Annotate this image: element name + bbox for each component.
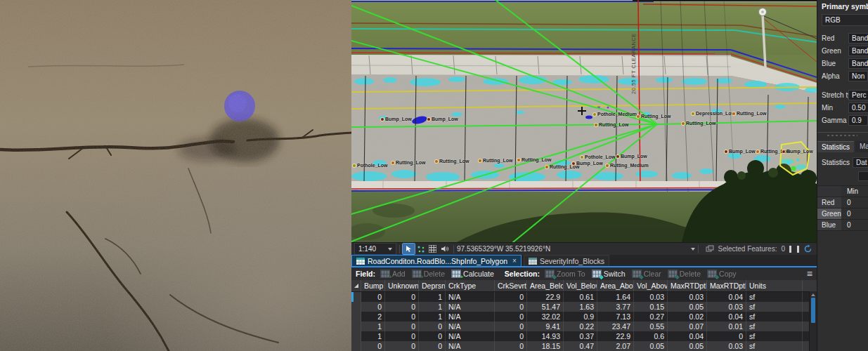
table-row[interactable]: 0 0 1 N/A 0 22.9 0.61 1.64 0.03 0.03 0.0… (351, 292, 817, 302)
chevron-down-icon (388, 248, 392, 251)
panel-splitter[interactable] (817, 134, 868, 137)
distress-label[interactable]: Rutting_Medium (606, 163, 649, 168)
column-header[interactable]: CrkSevrt (495, 280, 527, 291)
column-header[interactable]: Deprsn (419, 280, 446, 291)
distress-point-icon (479, 159, 481, 162)
distress-label[interactable]: Bump_Low (616, 154, 647, 159)
distress-label[interactable]: Bump_Low (782, 149, 813, 154)
column-header[interactable]: Vol_Above (634, 280, 668, 291)
field-tool-button[interactable]: +Calculate (451, 270, 494, 278)
distress-label[interactable]: Pothole_Low (353, 163, 388, 168)
table-row[interactable]: 0 0 0 N/A 0 18.15 0.47 2.07 0.05 0.05 0.… (351, 341, 817, 351)
distress-label[interactable]: Rutting_Low (595, 122, 628, 127)
cursor-plus-icon (405, 245, 413, 253)
selection-tool-button[interactable]: ◆Switch (592, 270, 626, 278)
column-header[interactable]: Area_Above (597, 280, 634, 291)
table-scrollbar[interactable] (809, 291, 817, 351)
close-icon[interactable]: × (512, 258, 517, 265)
row-handle[interactable] (351, 302, 361, 312)
band-select[interactable]: Band (848, 33, 868, 44)
stats-row[interactable]: Red 0 (817, 197, 868, 208)
grid-corner[interactable] (351, 280, 361, 291)
column-header[interactable]: MaxRTDpthL (668, 280, 707, 291)
distress-label[interactable]: Rutting_Low (517, 157, 551, 162)
distress-label[interactable]: Bump_Low (725, 149, 756, 154)
column-header[interactable]: MaxRTDpthR (707, 280, 746, 291)
band-select[interactable]: Band (848, 58, 868, 69)
tab-mask[interactable]: Mask (855, 141, 868, 152)
arcgis-pro-window: { "photo": { "marker_color": "#5c51d8" }… (0, 0, 868, 351)
column-header[interactable]: Area_Below (527, 280, 564, 291)
distress-label[interactable]: Rutting_Low (637, 114, 671, 119)
stats-row[interactable]: Blue 0 (817, 220, 868, 231)
statistics-source-select[interactable]: Dat (853, 157, 868, 168)
row-handle[interactable] (351, 322, 361, 331)
field-tool-button[interactable]: +Delete (412, 270, 445, 278)
statistics-options-button[interactable] (858, 171, 868, 181)
stretch-input[interactable]: 0.9 (848, 115, 868, 126)
column-header[interactable]: Bump (361, 280, 385, 291)
table-row[interactable]: 2 0 1 N/A 0 32.02 0.9 7.13 0.27 0.02 0.0… (351, 312, 817, 322)
distress-label[interactable]: Bump_Low (427, 117, 458, 121)
table-row[interactable]: 1 0 0 N/A 0 9.41 0.22 23.47 0.55 0.07 0.… (351, 322, 817, 331)
distress-point-icon (732, 112, 735, 115)
selection-tool-button[interactable]: ◆Delete (668, 270, 701, 278)
tab-statistics[interactable]: Statistics (817, 141, 854, 152)
pause-drawing-button[interactable] (789, 246, 799, 253)
menu-icon[interactable]: ≡ (807, 269, 812, 279)
band-select[interactable]: Band (848, 46, 868, 56)
scale-selector[interactable]: 1:140 (354, 243, 396, 255)
audio-button[interactable] (439, 244, 451, 254)
stretch-input[interactable]: 0.50 (848, 102, 868, 113)
field-section-label: Field: (356, 270, 375, 278)
refresh-button[interactable] (803, 244, 812, 253)
column-header[interactable]: Vol_Below (564, 280, 597, 291)
row-handle[interactable] (351, 292, 361, 302)
select-tool-button[interactable] (403, 244, 415, 254)
row-handle[interactable] (351, 331, 361, 341)
selection-tool-button[interactable]: ◆Zoom To (545, 270, 585, 278)
grid-view-button[interactable] (427, 244, 439, 254)
distress-label[interactable]: Rutting_Low (391, 160, 425, 165)
symbology-field-row: Alpha Non (822, 69, 868, 82)
row-handle[interactable] (351, 312, 361, 322)
scale-value: 1:140 (358, 245, 376, 253)
column-header[interactable]: Unknown (385, 280, 419, 291)
distress-point-icon (616, 155, 619, 158)
row-handle[interactable] (351, 341, 361, 351)
distress-label[interactable]: Rutting_Low (479, 158, 512, 163)
distress-label[interactable]: Pothole_Medium (593, 112, 637, 117)
tab-roadcondition-polygon[interactable]: RoadConditon.RoadBlo...ShpInfo_Polygon × (351, 255, 522, 266)
stretch-field-row: Min 0.50 (822, 101, 868, 114)
map-view[interactable]: 20.55 FT CLEARANCE (351, 0, 817, 242)
explore-tool-button[interactable] (415, 244, 427, 254)
column-header[interactable]: Units (746, 280, 803, 291)
distress-label[interactable]: Bump_Low (572, 161, 603, 166)
scroll-up-icon[interactable] (811, 293, 815, 296)
distress-label[interactable]: Rutting_Low (435, 159, 469, 164)
field-tool-button[interactable]: +Add (380, 270, 406, 278)
selection-tool-button[interactable]: ◆Clear (632, 270, 661, 278)
pavement-photo (0, 0, 351, 351)
distress-label[interactable]: Rutting_Low (682, 121, 715, 126)
band-select[interactable]: Non (848, 71, 868, 81)
scrollbar-thumb[interactable] (811, 298, 815, 323)
stats-row[interactable]: Green 0 (817, 208, 868, 220)
tab-severityinfo-blocks[interactable]: SeverityInfo_Blocks (524, 255, 609, 266)
table-tool-icon: + (380, 270, 390, 278)
speaker-icon (441, 245, 449, 253)
column-header[interactable]: CrkType (446, 280, 495, 291)
distress-label[interactable]: Rutting_Low (732, 111, 766, 116)
distress-label[interactable]: Bump_Low (381, 117, 412, 121)
table-icon (356, 258, 365, 265)
distress-label[interactable]: Pothole_Low (581, 154, 616, 159)
table-row[interactable]: 0 0 1 N/A 0 51.47 1.63 3.77 0.15 0.05 0.… (351, 302, 817, 312)
table-icon (529, 258, 537, 265)
stretch-input[interactable]: Perc (848, 90, 868, 100)
distress-label[interactable]: Depression_Low (692, 111, 735, 116)
table-row[interactable]: 1 0 0 N/A 0 14.93 0.37 22.9 0.6 0.04 0 s… (351, 331, 817, 341)
attribute-table-panel: RoadConditon.RoadBlo...ShpInfo_Polygon ×… (351, 255, 817, 351)
selection-tool-button[interactable]: ◆Copy (707, 270, 737, 278)
band-mode-select[interactable]: RGB (822, 14, 868, 26)
table-tool-icon: ◆ (545, 270, 555, 278)
